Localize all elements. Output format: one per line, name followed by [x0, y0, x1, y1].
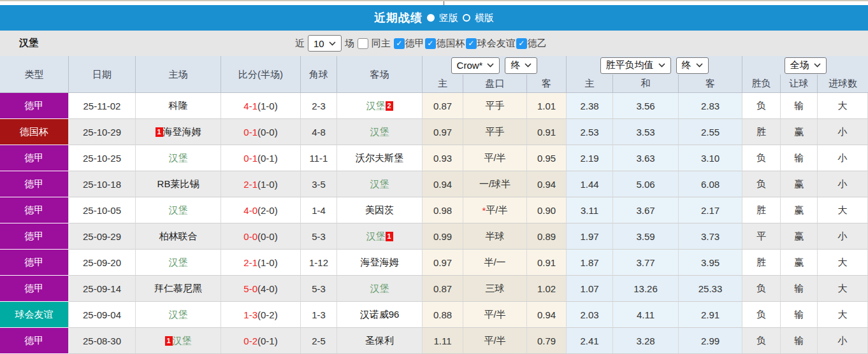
league-checkbox[interactable]: ✓ — [394, 38, 405, 49]
away-team-cell: 汉堡 — [337, 119, 423, 145]
odds-time-select[interactable]: 终 — [505, 57, 537, 74]
handicap-cell: 三球 — [463, 276, 527, 302]
match-date: 25-09-04 — [69, 302, 136, 328]
mean-draw-cell: 3.67 — [613, 197, 679, 223]
team-name[interactable]: 汉堡 — [169, 204, 188, 216]
mean-away-cell: 2.91 — [679, 302, 742, 328]
odds-away-cell: 0.91 — [527, 119, 567, 145]
team-name[interactable]: 海登海姆 — [361, 257, 399, 269]
team-name[interactable]: 汉堡 — [173, 335, 192, 347]
handicap-cell: 平手 — [463, 93, 527, 119]
layout-radio-horizontal-label[interactable]: 横版 — [475, 12, 494, 24]
goals-result-cell: 大 — [818, 93, 868, 119]
mean-header-group: 胜平负均值 终 — [567, 56, 742, 74]
odds-away-cell: 1.01 — [527, 93, 567, 119]
mean-draw-cell: 3.77 — [613, 250, 679, 276]
team-name[interactable]: 汉堡 — [169, 152, 188, 164]
league-checkbox-group: ✓德甲✓德国杯✓球会友谊✓德乙 — [394, 38, 547, 50]
layout-radio-vertical[interactable] — [427, 14, 435, 22]
odds-header-group: Crow* 终 — [423, 56, 567, 74]
cutoff-element-border — [444, 1, 444, 5]
mean-home-cell: 2.41 — [567, 328, 613, 354]
col-header-score: 比分(半场) — [221, 56, 301, 93]
team-name[interactable]: 柏林联合 — [159, 230, 198, 243]
fulltime-score: 4-1 — [243, 101, 257, 111]
fulltime-value: 全场 — [790, 59, 809, 71]
chevron-down-icon — [658, 63, 665, 67]
layout-radio-vertical-label[interactable]: 竖版 — [439, 12, 458, 24]
league-checkbox[interactable]: ✓ — [425, 38, 436, 49]
home-team-cell: 汉堡 — [136, 145, 221, 171]
corners-cell: 2-5 — [301, 328, 337, 354]
league-type-badge: 德甲 — [0, 223, 69, 250]
handicap-cell: 平/半 — [463, 145, 527, 171]
score-cell: 5-0(4-0) — [221, 276, 301, 302]
corners-cell: 1-3 — [301, 302, 337, 328]
handicap-result-cell: 赢 — [781, 119, 818, 145]
same-home-checkbox[interactable] — [358, 38, 368, 49]
handicap-result-cell: 赢 — [781, 223, 818, 250]
sub-header-mean-away: 客 — [679, 74, 742, 93]
halftime-score: (1-0) — [257, 257, 278, 268]
team-name[interactable]: 汉堡 — [366, 100, 386, 112]
odds-away-cell: 0.79 — [527, 328, 567, 354]
match-count-select[interactable]: 10 — [308, 35, 342, 52]
league-checkbox[interactable]: ✓ — [516, 38, 527, 49]
handicap-result-cell: 赢 — [781, 171, 818, 197]
odds-away-cell: 0.89 — [527, 223, 567, 250]
score-cell: 2-1(1-0) — [221, 250, 301, 276]
layout-radio-horizontal[interactable] — [463, 14, 470, 22]
league-checkbox[interactable]: ✓ — [466, 38, 477, 49]
handicap-result-cell: 赢 — [781, 197, 818, 223]
team-name[interactable]: 汉堡 — [366, 230, 386, 243]
handicap-cell: 平手 — [463, 119, 527, 145]
wdl-result-cell: 负 — [742, 171, 781, 197]
team-name[interactable]: 美因茨 — [365, 204, 394, 216]
odds-company-select[interactable]: Crow* — [451, 57, 500, 74]
match-date: 25-10-25 — [69, 145, 136, 171]
mean-away-cell: 3.95 — [679, 250, 742, 276]
team-name[interactable]: 拜仁慕尼黑 — [154, 283, 202, 295]
odds-away-cell: 0.91 — [527, 250, 567, 276]
team-name[interactable]: 汉诺威96 — [360, 309, 400, 321]
mean-draw-cell: 5.06 — [613, 171, 679, 197]
mean-home-cell: 3.11 — [567, 197, 613, 223]
odds-home-cell: 0.98 — [423, 197, 463, 223]
handicap-cell: *平/半 — [463, 197, 527, 223]
mean-type-select[interactable]: 胜平负均值 — [600, 57, 671, 74]
team-name[interactable]: 汉堡 — [169, 257, 188, 269]
home-team-cell: 汉堡 — [136, 250, 221, 276]
fulltime-score: 4-0 — [243, 205, 257, 216]
wdl-result-cell: 胜 — [742, 197, 781, 223]
league-type-badge: 德甲 — [0, 276, 69, 302]
handicap-cell: 平/半 — [463, 328, 527, 354]
mean-draw-cell: 3.59 — [613, 223, 679, 250]
mean-draw-cell: 13.26 — [613, 276, 679, 302]
team-name[interactable]: 汉堡 — [370, 126, 389, 138]
team-name[interactable]: RB莱比锡 — [157, 178, 199, 190]
odds-home-cell: 0.93 — [423, 145, 463, 171]
wdl-result-cell: 平 — [742, 223, 781, 250]
sub-header-goals: 进球数 — [818, 74, 868, 93]
team-name[interactable]: 海登海姆 — [163, 126, 201, 138]
team-name[interactable]: 科隆 — [169, 100, 188, 112]
mean-time-select[interactable]: 终 — [676, 57, 709, 74]
fulltime-select[interactable]: 全场 — [785, 57, 827, 74]
halftime-score: (2-0) — [257, 205, 278, 216]
col-header-away: 客场 — [337, 56, 423, 93]
team-name[interactable]: 圣保利 — [365, 335, 394, 347]
team-name[interactable]: 汉堡 — [169, 309, 188, 321]
goals-result-cell: 小 — [818, 171, 868, 197]
league-checkbox-label: 德乙 — [528, 38, 547, 50]
team-name[interactable]: 沃尔夫斯堡 — [356, 152, 403, 164]
odds-away-cell: 0.95 — [527, 145, 567, 171]
mean-away-cell: 2.83 — [679, 93, 742, 119]
mean-home-cell: 2.38 — [567, 93, 613, 119]
match-date: 25-09-29 — [69, 223, 136, 250]
corners-cell: 4-8 — [301, 119, 337, 145]
team-name[interactable]: 汉堡 — [370, 283, 389, 295]
team-name[interactable]: 汉堡 — [370, 178, 389, 190]
goals-result-cell: 小 — [818, 328, 868, 354]
wdl-result-cell: 负 — [742, 145, 781, 171]
corners-cell: 1-4 — [301, 197, 337, 223]
